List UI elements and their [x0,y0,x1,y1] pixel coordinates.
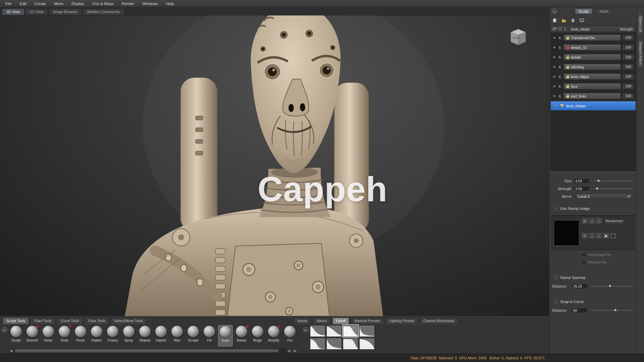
menu-display[interactable]: Display [67,0,88,7]
layer-strength-field[interactable]: 100 [622,64,634,70]
visibility-dot-icon[interactable] [552,47,556,48]
tool-freeze[interactable]: Fre [282,325,297,347]
layer-row-part-lines[interactable]: 6 part_lines 100 [551,91,636,101]
visibility-dot-icon[interactable] [552,56,556,58]
visibility-dot-icon[interactable] [552,95,556,97]
layer-badge[interactable]: Transferred De... [564,35,621,41]
tab-uv-view[interactable]: UV View [25,8,48,15]
visibility-dot-icon[interactable] [552,66,556,68]
new-folder-icon[interactable] [561,17,567,23]
tool-scrape[interactable]: Scrape [186,325,201,347]
tab-mudbox-community[interactable]: Mudbox Community [83,8,124,15]
tab-paint[interactable]: Paint [595,8,612,14]
snap-to-curve-checkbox[interactable]: Snap to Curve [554,300,584,304]
stamp-flip-v-icon[interactable] [596,233,602,238]
tool-spray[interactable]: Spray [121,325,136,347]
falloff-preset-1[interactable] [310,325,325,337]
tool-knife[interactable]: Knife [218,325,233,347]
visibility-dot-icon[interactable] [552,85,556,87]
tool-relax[interactable]: Relax [41,325,56,347]
menu-file[interactable]: File [1,0,16,7]
tool-smooth[interactable]: ↻Smooth [25,325,40,347]
scrollbar-thumb[interactable] [15,349,278,352]
tab-select-move-tools[interactable]: Select/Move Tools [111,317,147,324]
tool-smear[interactable]: ↺Smear [234,325,249,347]
tool-grab[interactable]: ↷Grab [57,325,72,347]
tab-viewport-filters[interactable]: Viewport Filters [638,39,643,68]
falloff-preset-5[interactable] [310,338,325,350]
layer-badge[interactable]: details_01 [564,44,621,51]
tab-material-presets[interactable]: Material Presets [351,317,384,324]
scroll-left-button[interactable] [9,349,14,353]
sculpt-model[interactable] [0,15,549,316]
tool-bulge[interactable]: ↑Bulge [250,325,265,347]
layer-badge[interactable]: bony ridges [564,73,621,80]
falloff-expand-icon[interactable] [303,327,308,332]
tool-wax[interactable]: Wax [170,325,184,347]
scroll-right-button-2[interactable] [292,349,298,353]
strength-slider[interactable] [593,186,633,191]
layer-row-details-01[interactable]: 5 details_01 100 [551,43,636,52]
delete-layer-icon[interactable] [570,17,576,23]
layer-badge[interactable]: part_lines [564,93,621,99]
tab-camera-bookmarks[interactable]: Camera Bookmarks [420,317,458,324]
panel-expand-icon[interactable] [552,9,557,14]
strength-input[interactable]: 3.50 [574,186,590,191]
tab-falloff[interactable]: Falloff [332,317,349,324]
stamp-spacing-checkbox[interactable]: Stamp Spacing [554,276,585,280]
falloff-preset-4[interactable] [359,325,375,337]
size-slider[interactable] [593,179,633,183]
selected-object-row[interactable]: bust_retopo [551,101,636,110]
layer-row-face[interactable]: 6 face 100 [551,81,636,91]
tray-scrollbar[interactable] [9,349,298,353]
tab-paint-tools[interactable]: Paint Tools [31,317,55,324]
stamp-vertical-icon[interactable] [596,218,602,224]
stamp-refresh-icon[interactable] [582,218,588,224]
tab-stencil[interactable]: Stencil [313,317,331,324]
tab-lighting-presets[interactable]: Lighting Presets [385,317,418,324]
falloff-preset-7[interactable] [343,338,358,350]
layer-strength-field[interactable]: 100 [622,73,634,80]
layer-strength-field[interactable]: 100 [622,44,634,51]
layer-row-transferred-details[interactable]: 6 Transferred De... 100 [551,33,636,43]
object-name-header[interactable]: bust_retopo [569,27,617,31]
randomize-label[interactable]: Randomize [605,219,623,224]
tool-flatten[interactable]: Flatten [89,325,104,347]
layer-badge[interactable]: face [564,83,621,89]
stamp-horizontal-icon[interactable] [589,218,595,224]
tool-repeat[interactable]: Repeat [138,325,152,347]
stamp-browse-icon[interactable] [603,233,609,238]
falloff-preset-6[interactable] [326,338,342,350]
panel-splitter[interactable] [551,172,635,173]
display-settings-icon[interactable] [579,17,585,23]
layer-row-stitching[interactable]: 6 stitching 100 [551,62,636,72]
tab-sculpt-tools[interactable]: Sculpt Tools [3,317,29,324]
menu-windows[interactable]: Windows [138,0,162,7]
falloff-preset-3[interactable] [343,325,358,337]
tool-foamy[interactable]: Foamy [105,325,120,347]
menu-render[interactable]: Render [118,0,139,7]
spacing-distance-slider[interactable] [591,284,633,289]
tab-3d-view[interactable]: 3D View [2,8,24,15]
mirror-dropdown[interactable]: Local X [576,193,633,199]
menu-create[interactable]: Create [30,0,50,7]
tray-expand-icon[interactable] [2,327,7,332]
size-input[interactable]: 4.03 [574,178,590,184]
visibility-dot-icon[interactable] [552,37,556,39]
visibility-dot-icon[interactable] [552,76,556,77]
tab-image-browser[interactable]: Image Browser [49,8,82,15]
layer-strength-field[interactable]: 100 [622,54,634,60]
use-stamp-checkbox[interactable]: Use Stamp Image [554,206,590,210]
tool-fill[interactable]: Fill [202,325,217,347]
spacing-distance-input[interactable]: 26.25 [572,284,588,289]
tab-sculpt[interactable]: Sculpt [575,8,592,14]
scroll-right-button[interactable] [287,349,292,353]
layer-row-bony-ridges[interactable]: 6 bony ridges 100 [551,72,636,81]
menu-uvs-maps[interactable]: UVs & Maps [88,0,118,7]
falloff-preset-8[interactable] [359,338,375,350]
layer-strength-field[interactable]: 100 [622,93,634,99]
view-cube[interactable]: MUD [508,27,528,48]
layer-row-details[interactable]: 6 details 100 [551,52,636,62]
snap-distance-slider[interactable] [591,308,633,313]
layer-badge[interactable]: stitching [564,64,621,70]
